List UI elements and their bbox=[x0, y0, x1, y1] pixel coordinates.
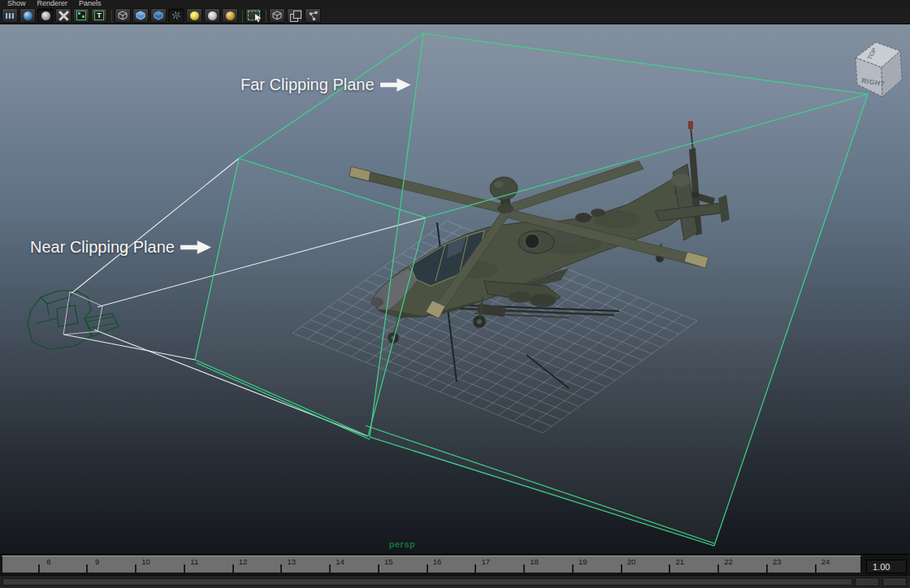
gray-sphere-glyph bbox=[41, 11, 50, 20]
arrow-right-icon bbox=[180, 239, 211, 257]
frame-number: 22 bbox=[724, 557, 733, 566]
frame-number: 10 bbox=[141, 557, 150, 566]
frame-tick bbox=[669, 564, 670, 573]
frustum-clipping-planes bbox=[195, 33, 868, 546]
film-gate-icon[interactable] bbox=[2, 8, 18, 23]
dots-box-glyph bbox=[76, 11, 86, 20]
perspective-viewport[interactable]: TOP RIGHT Far Clipping Plane Near Clippi… bbox=[0, 24, 910, 554]
wire-cube-glyph bbox=[117, 10, 128, 21]
single-pane-icon[interactable] bbox=[269, 8, 285, 23]
toolbar-separator bbox=[242, 10, 243, 22]
selection-cursor-glyph bbox=[248, 11, 260, 20]
frame-tick bbox=[135, 564, 136, 573]
textured-mode-icon[interactable] bbox=[150, 8, 167, 23]
overlapping-panes-glyph bbox=[290, 11, 301, 21]
gold-sphere-glyph bbox=[226, 11, 235, 20]
far-clipping-plane-annotation: Far Clipping Plane bbox=[240, 76, 411, 94]
arrow-right-icon bbox=[380, 76, 411, 94]
blue-cube2-glyph bbox=[153, 10, 164, 21]
blue-sphere-glyph bbox=[24, 11, 32, 20]
rotor-tip-band bbox=[349, 166, 370, 181]
frame-tick bbox=[523, 564, 525, 573]
frame-tick bbox=[329, 564, 331, 573]
toolbar-separator bbox=[111, 10, 112, 22]
t-glyph: T bbox=[94, 11, 104, 20]
blue-cube-glyph bbox=[135, 10, 146, 21]
no-lights-icon[interactable] bbox=[222, 8, 238, 23]
menu-show[interactable]: Show bbox=[7, 0, 26, 7]
white-sphere-glyph bbox=[208, 11, 217, 20]
camera-name-label: persp bbox=[366, 539, 439, 549]
smooth-shade-mode-icon[interactable] bbox=[132, 8, 149, 23]
frame-tick bbox=[815, 564, 817, 573]
toolbar-separator bbox=[266, 10, 266, 22]
frame-tick bbox=[572, 564, 574, 573]
use-default-material-icon[interactable] bbox=[168, 8, 184, 23]
frame-tick bbox=[232, 564, 234, 573]
field-chart-icon[interactable] bbox=[55, 8, 72, 23]
resolution-gate-icon[interactable] bbox=[20, 8, 36, 23]
frame-number: 20 bbox=[627, 557, 636, 566]
range-slider-bar[interactable] bbox=[2, 578, 852, 586]
frame-number: 7 bbox=[2, 557, 2, 566]
view-cube[interactable]: TOP RIGHT bbox=[856, 42, 902, 97]
near-clipping-plane-label: Near Clipping Plane bbox=[30, 238, 175, 257]
menu-panels[interactable]: Panels bbox=[79, 0, 102, 7]
aperture-glyph bbox=[171, 11, 181, 20]
frame-tick bbox=[280, 564, 282, 573]
panel-menu-bar: Show Renderer Panels bbox=[0, 0, 910, 7]
frame-number: 8 bbox=[46, 557, 50, 566]
frustum-edge bbox=[239, 33, 423, 158]
frame-number: 17 bbox=[481, 557, 490, 566]
gate-mask-icon[interactable] bbox=[37, 8, 54, 23]
playback-rate-field[interactable]: 1.00 bbox=[866, 560, 907, 573]
frame-number: 11 bbox=[190, 557, 198, 566]
panel-toolbar: T bbox=[0, 7, 910, 24]
hypergraph-icon[interactable] bbox=[305, 8, 321, 23]
share-nodes-glyph bbox=[308, 11, 318, 21]
yellow-sphere-glyph bbox=[190, 11, 199, 20]
pane-layout-icon[interactable] bbox=[287, 8, 303, 23]
near-clipping-plane-annotation: Near Clipping Plane bbox=[30, 238, 211, 257]
far-clipping-plane-quad bbox=[370, 33, 868, 546]
wireframe-mode-icon[interactable] bbox=[115, 8, 131, 23]
frame-tick bbox=[427, 564, 428, 573]
camera-wireframe[interactable] bbox=[28, 291, 119, 349]
frame-number: 14 bbox=[336, 557, 344, 566]
all-lights-icon[interactable] bbox=[186, 8, 202, 23]
frame-number: 18 bbox=[530, 557, 539, 566]
menu-renderer[interactable]: Renderer bbox=[37, 0, 68, 7]
scene-canvas: TOP RIGHT bbox=[0, 24, 910, 554]
frame-tick bbox=[766, 564, 768, 573]
frame-number: 23 bbox=[773, 557, 782, 566]
time-slider-track[interactable]: 789101112131415161718192021222324 bbox=[2, 556, 861, 573]
range-slider-button[interactable] bbox=[855, 577, 879, 586]
default-lighting-icon[interactable] bbox=[204, 8, 220, 23]
safe-title-icon[interactable]: T bbox=[91, 8, 107, 23]
frame-tick bbox=[717, 564, 719, 573]
frame-number: 15 bbox=[384, 557, 393, 566]
frame-tick bbox=[86, 564, 88, 573]
frame-tick bbox=[621, 564, 622, 573]
time-slider-row: 789101112131415161718192021222324 1.00 bbox=[0, 554, 910, 575]
frame-number: 13 bbox=[287, 557, 296, 566]
frame-tick bbox=[38, 564, 40, 573]
far-clipping-plane-label: Far Clipping Plane bbox=[240, 76, 375, 94]
range-slider-row bbox=[0, 575, 910, 588]
frame-number: 24 bbox=[821, 557, 830, 566]
film-gate-glyph bbox=[5, 12, 15, 19]
frame-tick bbox=[184, 564, 185, 573]
frame-number: 9 bbox=[95, 557, 99, 566]
frame-tick bbox=[474, 564, 476, 573]
frame-number: 12 bbox=[239, 557, 248, 566]
range-slider-button[interactable] bbox=[882, 577, 907, 586]
frame-number: 19 bbox=[578, 557, 587, 566]
frame-number: 21 bbox=[675, 557, 684, 566]
isolate-select-icon[interactable] bbox=[245, 8, 262, 23]
safe-action-icon[interactable] bbox=[73, 8, 89, 23]
x-glyph bbox=[58, 11, 69, 21]
frame-number: 16 bbox=[433, 557, 442, 566]
frame-tick bbox=[378, 564, 379, 573]
wire-cube-glyph bbox=[271, 10, 283, 21]
